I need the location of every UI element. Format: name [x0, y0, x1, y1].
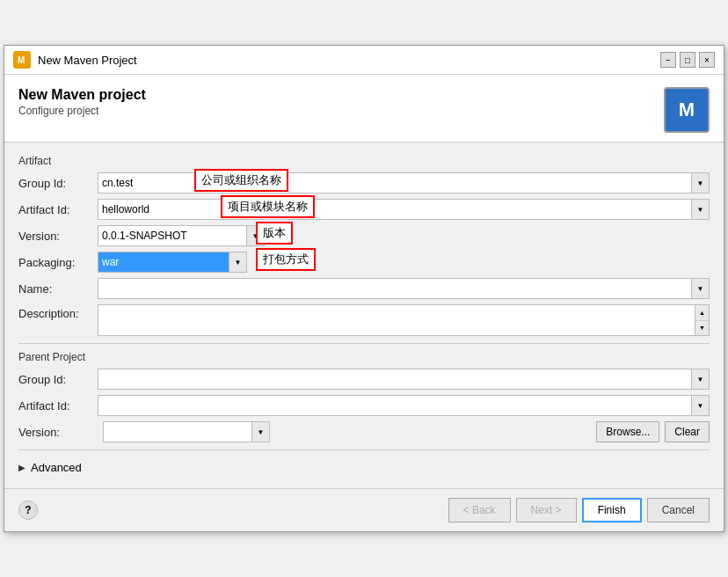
group-id-row: Group Id: ▼ 公司或组织名称 [18, 172, 710, 194]
parent-artifact-id-input[interactable] [98, 395, 692, 416]
app-icon: M [13, 51, 31, 69]
name-label: Name: [18, 282, 98, 296]
description-input[interactable] [98, 304, 695, 336]
cancel-button[interactable]: Cancel [647, 498, 710, 522]
footer-left: ? [18, 500, 38, 520]
section-divider [18, 343, 710, 344]
description-label: Description: [18, 307, 98, 320]
dialog-footer: ? < Back Next > Finish Cancel [4, 488, 724, 531]
version-dropdown-arrow[interactable]: ▼ [247, 225, 265, 246]
parent-group-id-label: Group Id: [18, 373, 98, 386]
parent-section-label: Parent Project [18, 351, 710, 363]
advanced-label: Advanced [31, 461, 82, 474]
dialog-header: New Maven project Configure project M [4, 75, 724, 142]
close-button[interactable]: × [699, 52, 715, 68]
group-id-input[interactable] [98, 172, 692, 194]
name-dropdown-arrow[interactable]: ▼ [692, 278, 710, 299]
parent-version-input[interactable] [103, 421, 252, 442]
clear-button[interactable]: Clear [665, 421, 710, 442]
artifact-id-label: Artifact Id: [18, 203, 98, 216]
artifact-id-dropdown-arrow[interactable]: ▼ [692, 199, 710, 220]
description-field-wrapper: ▲ ▼ [98, 304, 710, 336]
version-input[interactable] [98, 225, 247, 246]
parent-group-id-wrapper: ▼ [98, 369, 710, 390]
parent-version-label: Version: [18, 426, 98, 439]
parent-artifact-id-label: Artifact Id: [18, 399, 98, 413]
maximize-button[interactable]: □ [680, 52, 695, 68]
browse-button[interactable]: Browse... [596, 421, 659, 442]
footer-right: < Back Next > Finish Cancel [448, 498, 710, 522]
maven-logo: M [664, 87, 710, 133]
packaging-row: Packaging: ▼ 打包方式 [18, 252, 710, 273]
parent-artifact-id-wrapper: ▼ [98, 395, 710, 416]
group-id-label: Group Id: [18, 177, 98, 190]
window-title: New Maven Project [38, 54, 653, 67]
dialog-window: M New Maven Project − □ × New Maven proj… [4, 45, 724, 532]
minimize-button[interactable]: − [660, 52, 676, 68]
finish-button[interactable]: Finish [582, 498, 642, 522]
title-bar: M New Maven Project − □ × [4, 46, 724, 75]
header-text: New Maven project Configure project [18, 87, 146, 117]
artifact-id-row: Artifact Id: ▼ 项目或模块名称 [18, 199, 710, 220]
packaging-input[interactable] [98, 252, 229, 273]
parent-group-id-input[interactable] [98, 369, 692, 390]
packaging-label: Packaging: [18, 256, 98, 269]
dialog-title: New Maven project [18, 87, 146, 103]
advanced-arrow-icon: ▶ [18, 463, 25, 472]
parent-group-id-row: Group Id: ▼ [18, 369, 710, 390]
artifact-id-field-wrapper: ▼ [98, 199, 710, 220]
next-button[interactable]: Next > [516, 498, 577, 522]
description-arrows: ▲ ▼ [695, 304, 710, 336]
group-id-dropdown-arrow[interactable]: ▼ [692, 172, 710, 194]
parent-version-arrow[interactable]: ▼ [252, 421, 270, 442]
description-down-arrow[interactable]: ▼ [695, 321, 709, 336]
packaging-dropdown-arrow[interactable]: ▼ [229, 252, 247, 273]
window-controls: − □ × [660, 52, 715, 68]
advanced-divider [18, 449, 710, 450]
dialog-subtitle: Configure project [18, 105, 146, 117]
version-row: Version: ▼ 版本 [18, 225, 710, 246]
version-label: Version: [18, 230, 98, 243]
name-field-wrapper: ▼ [98, 278, 710, 299]
description-row: Description: ▲ ▼ [18, 304, 710, 336]
parent-artifact-id-arrow[interactable]: ▼ [692, 395, 710, 416]
back-button[interactable]: < Back [448, 498, 511, 522]
artifact-id-input[interactable] [98, 199, 692, 220]
description-up-arrow[interactable]: ▲ [695, 305, 709, 321]
group-id-field-wrapper: ▼ [98, 172, 710, 194]
help-button[interactable]: ? [18, 500, 38, 520]
parent-version-row: Version: ▼ Browse... Clear [18, 421, 710, 442]
svg-text:M: M [18, 55, 25, 65]
parent-group-id-arrow[interactable]: ▼ [692, 369, 710, 390]
name-input[interactable] [98, 278, 692, 299]
dialog-body: Artifact Group Id: ▼ 公司或组织名称 Artifact Id… [4, 142, 724, 488]
name-row: Name: ▼ [18, 278, 710, 299]
artifact-section-label: Artifact [18, 155, 710, 167]
advanced-section[interactable]: ▶ Advanced [18, 457, 710, 478]
packaging-annotation: 打包方式 [256, 248, 316, 271]
parent-artifact-id-row: Artifact Id: ▼ [18, 395, 710, 416]
